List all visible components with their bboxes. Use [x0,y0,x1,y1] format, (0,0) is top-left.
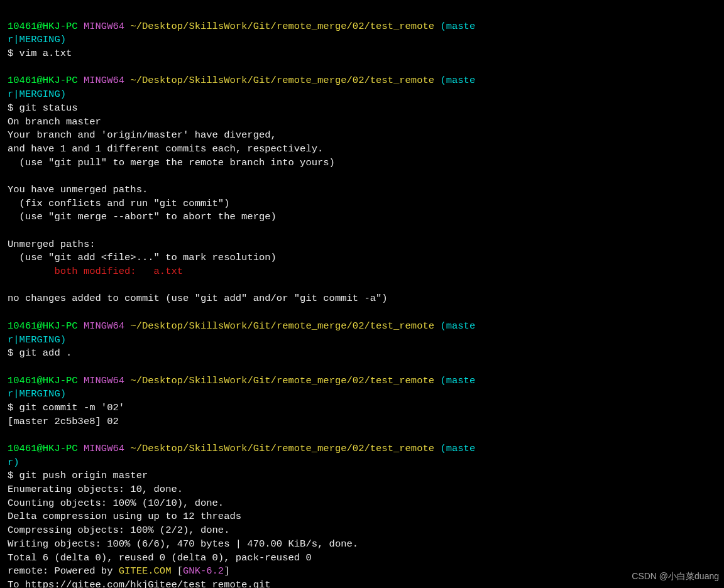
prompt-dollar: $ [8,347,19,359]
prompt-branch: r|MERGING) [8,34,66,45]
watermark: CSDN @小白菜duang [632,570,719,583]
prompt-dollar: $ [8,102,19,114]
command-git-status: git status [19,102,78,114]
prompt-branch: (maste [440,443,475,454]
prompt-branch: r|MERGING) [8,89,66,100]
prompt-path: ~/Desktop/SkillsWork/Git/remote_merge/02… [130,21,434,32]
push-output: Delta compression using up to 12 threads [8,511,241,522]
prompt-shell: MINGW64 [84,443,124,454]
prompt-shell: MINGW64 [84,75,124,86]
prompt-path: ~/Desktop/SkillsWork/Git/remote_merge/02… [130,375,434,386]
status-line: and have 1 and 1 different commits each,… [8,143,323,155]
push-output: Compressing objects: 100% (2/2), done. [8,525,229,536]
status-line: (use "git add <file>..." to mark resolut… [8,252,277,263]
status-line: no changes added to commit (use "git add… [8,293,388,304]
push-output: ] [224,565,229,577]
prompt-path: ~/Desktop/SkillsWork/Git/remote_merge/02… [130,443,434,454]
gitee-label: GITEE.COM [119,565,172,577]
commit-output: [master 2c5b3e8] 02 [8,416,119,427]
status-line: (fix conflicts and run "git commit") [8,198,229,209]
push-output: Enumerating objects: 10, done. [8,484,183,495]
prompt-shell: MINGW64 [84,21,124,32]
status-line: (use "git merge --abort" to abort the me… [8,211,277,222]
terminal-output[interactable]: 10461@HKJ-PC MINGW64 ~/Desktop/SkillsWor… [8,6,716,588]
prompt-path: ~/Desktop/SkillsWork/Git/remote_merge/02… [130,320,434,332]
prompt-path: ~/Desktop/SkillsWork/Git/remote_merge/02… [130,75,434,86]
prompt-dollar: $ [8,48,19,59]
command-git-add: git add . [19,347,72,359]
prompt-user-host: 10461@HKJ-PC [8,75,78,86]
prompt-branch: (maste [440,75,475,86]
push-output: [ [171,565,183,577]
prompt-branch: r) [8,457,19,468]
command-vim: vim a.txt [19,48,72,59]
prompt-branch: (maste [440,320,475,332]
push-output: remote: Powered by [8,565,119,577]
prompt-user-host: 10461@HKJ-PC [8,320,78,332]
gnk-label: GNK-6.2 [183,565,224,577]
status-line: On branch master [8,116,101,128]
prompt-shell: MINGW64 [84,375,124,386]
prompt-branch: (maste [440,375,475,386]
prompt-branch: r|MERGING) [8,388,66,400]
prompt-dollar: $ [8,470,19,481]
push-output: Counting objects: 100% (10/10), done. [8,498,224,509]
command-git-push: git push origin master [19,470,148,481]
prompt-user-host: 10461@HKJ-PC [8,21,78,32]
push-output: Total 6 (delta 0), reused 0 (delta 0), p… [8,552,312,564]
status-unmerged-file: both modified: a.txt [8,266,183,277]
prompt-dollar: $ [8,402,19,413]
prompt-branch: r|MERGING) [8,334,66,346]
push-output: To https://gitee.com/hkjGitee/test_remot… [8,579,271,588]
prompt-user-host: 10461@HKJ-PC [8,443,78,454]
status-line: Your branch and 'origin/master' have div… [8,129,277,141]
prompt-user-host: 10461@HKJ-PC [8,375,78,386]
prompt-branch: (maste [440,21,475,32]
command-git-commit: git commit -m '02' [19,402,124,413]
status-line: Unmerged paths: [8,239,96,250]
prompt-shell: MINGW64 [84,320,124,332]
status-line: You have unmerged paths. [8,184,148,195]
status-line: (use "git pull" to merge the remote bran… [8,157,335,168]
push-output: Writing objects: 100% (6/6), 470 bytes |… [8,538,358,550]
